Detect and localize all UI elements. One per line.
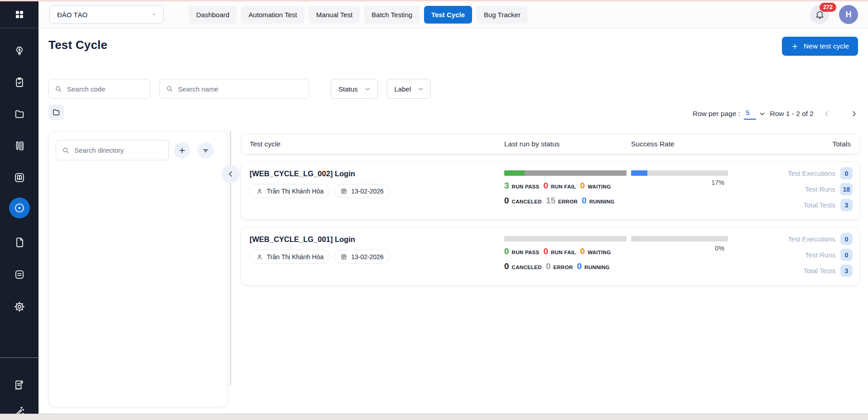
- stat-value: 0: [544, 181, 549, 191]
- success-rate-bar: [631, 236, 728, 241]
- row-meta-chips: Trần Thị Khánh Hòa 13-02-2026: [250, 250, 390, 264]
- search-directory-input[interactable]: [56, 140, 169, 160]
- next-page-button[interactable]: [850, 110, 858, 118]
- stat-label: CANCELED: [512, 265, 542, 270]
- project-selector-value: ĐÀO TẠO: [57, 11, 87, 19]
- notes-icon[interactable]: [0, 265, 39, 285]
- notification-badge: 272: [820, 3, 836, 12]
- totals-label: Total Tests: [803, 267, 835, 275]
- search-code-input[interactable]: [48, 79, 150, 99]
- bottom-strip: [0, 414, 868, 420]
- success-rate-cell: 0%: [631, 236, 728, 252]
- receipt-icon[interactable]: [0, 375, 39, 395]
- person-icon: [256, 188, 263, 195]
- column-header-last-run: Last run by status: [504, 135, 559, 154]
- stat-label: RUNNING: [584, 265, 610, 270]
- add-directory-button[interactable]: [174, 142, 190, 159]
- root-directory-button[interactable]: [48, 105, 64, 120]
- plus-icon: [791, 43, 799, 50]
- chevron-down-icon: [417, 86, 424, 92]
- chevron-down-icon[interactable]: [759, 111, 766, 117]
- test-cycle-play-icon-active[interactable]: [0, 198, 39, 218]
- previous-page-button[interactable]: [823, 110, 831, 118]
- search-name-input[interactable]: [159, 79, 309, 99]
- totals-label: Test Runs: [805, 185, 835, 193]
- folder-icon: [52, 108, 61, 117]
- success-rate-value: 17%: [631, 179, 724, 186]
- assignee-chip: Trần Thị Khánh Hòa: [250, 250, 330, 264]
- search-name-field[interactable]: [178, 85, 303, 93]
- nav-manual-test[interactable]: Manual Test: [309, 6, 360, 24]
- filter-icon: [202, 146, 210, 154]
- stat-label: ERROR: [553, 265, 573, 270]
- stat-value: 0: [544, 246, 549, 256]
- search-icon: [165, 85, 174, 93]
- document-icon[interactable]: [0, 232, 39, 252]
- test-cycle-name[interactable]: [WEB_CYCLE_LG_001] Login: [250, 235, 355, 244]
- success-rate-value: 0%: [631, 245, 724, 252]
- plus-icon: [178, 146, 186, 154]
- person-icon: [256, 253, 263, 261]
- settings-gear-icon[interactable]: [0, 297, 39, 317]
- nav-test-cycle[interactable]: Test Cycle: [424, 6, 472, 24]
- idea-bulb-icon[interactable]: [0, 41, 39, 61]
- date-value: 13-02-2026: [351, 253, 384, 261]
- search-directory-field[interactable]: [74, 146, 163, 154]
- status-bar-segment: [504, 170, 525, 176]
- stat-label: RUN PASS: [512, 184, 540, 189]
- stat-value: 0: [577, 261, 582, 271]
- sidebar-divider: [0, 357, 39, 358]
- caret-down-icon: [151, 12, 157, 17]
- test-cycle-name[interactable]: [WEB_CYCLE_LG_002] Login: [250, 169, 355, 178]
- project-selector[interactable]: ĐÀO TẠO: [49, 5, 164, 24]
- assignee-name: Trần Thị Khánh Hòa: [267, 253, 323, 261]
- search-code-field[interactable]: [67, 85, 145, 93]
- stat-label: ERROR: [558, 199, 578, 204]
- clipboard-check-icon[interactable]: [0, 72, 39, 92]
- nav-bug-tracker[interactable]: Bug Tracker: [477, 6, 528, 24]
- stat-label: RUN FAIL: [551, 250, 576, 255]
- label-filter-label: Label: [395, 85, 411, 93]
- table-header-row: Test cycle Last run by status Success Ra…: [241, 135, 859, 154]
- library-book-icon[interactable]: [0, 168, 39, 188]
- app-root: ĐÀO TẠO Dashboard Automation Test Manual…: [0, 0, 868, 420]
- status-filter-dropdown[interactable]: Status: [331, 79, 378, 99]
- pagination-range: Row 1 - 2 of 2: [770, 110, 814, 118]
- status-bar: [504, 170, 627, 176]
- totals-badge: 0: [840, 249, 853, 261]
- nav-automation-test[interactable]: Automation Test: [241, 6, 304, 24]
- chevron-left-icon: [227, 170, 235, 178]
- filter-directory-button[interactable]: [198, 142, 214, 159]
- stat-label: RUN PASS: [512, 250, 540, 255]
- totals-badge: 0: [840, 167, 853, 179]
- folder-icon[interactable]: [0, 104, 39, 124]
- notifications-button[interactable]: 272: [810, 5, 829, 24]
- totals-label: Test Runs: [805, 251, 835, 259]
- stat-label: CANCELED: [512, 199, 542, 204]
- new-test-cycle-button[interactable]: New test cycle: [782, 37, 858, 56]
- stat-value: 3: [504, 181, 509, 191]
- success-rate-cell: 17%: [631, 170, 728, 186]
- stat-value: 15: [546, 196, 555, 206]
- stat-label: WAITING: [588, 250, 611, 255]
- assignee-name: Trần Thị Khánh Hòa: [267, 188, 323, 195]
- main-content: Test Cycle New test cycle Status Label: [39, 28, 868, 414]
- rows-per-page-select[interactable]: 5: [744, 108, 756, 120]
- stat-label: RUN FAIL: [551, 184, 576, 189]
- table-row[interactable]: [WEB_CYCLE_LG_002] Login Trần Thị Khánh …: [241, 162, 859, 219]
- collapse-panel-button[interactable]: [222, 165, 240, 183]
- nav-batch-testing[interactable]: Batch Testing: [364, 6, 420, 24]
- label-filter-dropdown[interactable]: Label: [387, 79, 431, 99]
- column-header-success-rate: Success Rate: [631, 135, 675, 154]
- user-avatar[interactable]: H: [839, 5, 858, 24]
- table-row[interactable]: [WEB_CYCLE_LG_001] Login Trần Thị Khánh …: [241, 228, 859, 285]
- test-plan-icon[interactable]: [0, 136, 39, 156]
- date-chip: 13-02-2026: [334, 184, 390, 198]
- nav-dashboard[interactable]: Dashboard: [189, 6, 236, 24]
- stat-value: 0: [580, 246, 585, 256]
- sidebar: [0, 1, 39, 414]
- stat-label: RUNNING: [589, 199, 615, 204]
- totals-label: Test Executions: [788, 235, 835, 243]
- stat-label: WAITING: [588, 184, 611, 189]
- apps-grid-icon[interactable]: [0, 1, 39, 28]
